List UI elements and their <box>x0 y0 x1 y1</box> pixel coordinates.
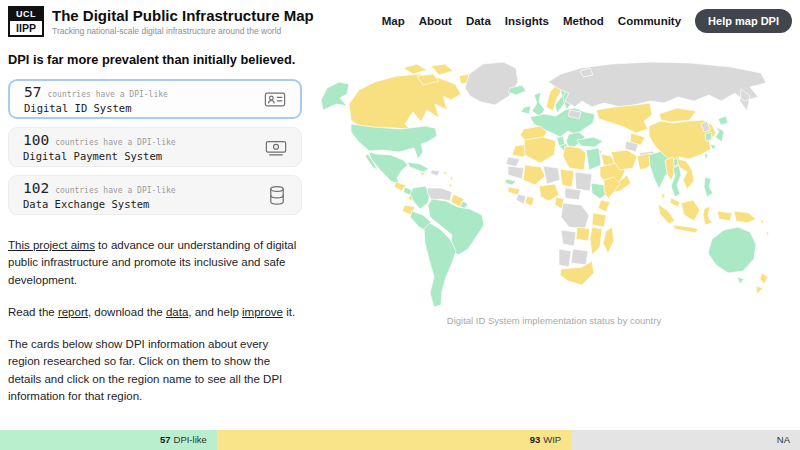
nav-item-community[interactable]: Community <box>618 15 681 27</box>
legend-count: 57 <box>160 434 171 445</box>
card-text: 100 countries have a DPI-like Digital Pa… <box>23 132 176 162</box>
nav-item-about[interactable]: About <box>419 15 452 27</box>
legend-count: 93 <box>530 434 541 445</box>
text-span: , and help <box>188 306 242 318</box>
text-link[interactable]: improve <box>242 306 283 318</box>
logo-iipp: IIPP <box>10 21 42 35</box>
card-digital-payment-system[interactable]: 100 countries have a DPI-like Digital Pa… <box>8 127 302 167</box>
region-malaysia[interactable] <box>670 198 680 207</box>
text-link[interactable]: This project aims <box>8 239 95 251</box>
main-nav: Map About Data Insights Method Community… <box>382 9 792 33</box>
region-jamaica[interactable] <box>420 172 425 176</box>
region-western-sahara[interactable] <box>506 157 520 167</box>
card-digital-id-system[interactable]: 57 countries have a DPI-like Digital ID … <box>8 79 302 119</box>
region-venezuela[interactable] <box>427 188 452 201</box>
nav-item-map[interactable]: Map <box>382 15 405 27</box>
region-cuba[interactable] <box>407 162 429 172</box>
region-zimbabwe-botswana[interactable] <box>571 249 588 265</box>
region-philippines[interactable] <box>704 177 713 197</box>
sidebar-paragraphs: This project aims to advance our underst… <box>8 237 302 405</box>
text-span: Read the <box>8 306 58 318</box>
nav-item-insights[interactable]: Insights <box>505 15 549 27</box>
region-southern-south-america[interactable] <box>424 223 456 307</box>
legend-segment-na[interactable]: NA <box>571 430 800 450</box>
paragraph: The cards below show DPI information abo… <box>8 336 300 405</box>
legend-segment-dpi-like[interactable]: 57DPI-like <box>0 430 217 450</box>
region-taiwan[interactable] <box>704 153 708 160</box>
header: UCL IIPP The Digital Public Infrastructu… <box>0 0 800 42</box>
region-alaska[interactable] <box>321 82 349 110</box>
region-drc[interactable] <box>561 203 589 229</box>
region-sudan[interactable] <box>575 172 592 191</box>
region-algeria[interactable] <box>524 137 556 163</box>
region-caribbean-islands[interactable] <box>443 171 453 188</box>
paragraph: This project aims to advance our underst… <box>8 237 300 289</box>
region-senegal[interactable] <box>505 179 516 185</box>
region-indonesia[interactable] <box>658 200 732 233</box>
region-egypt[interactable] <box>586 148 601 170</box>
page-title: The Digital Public Infrastructure Map <box>52 7 314 24</box>
text-link[interactable]: data <box>166 306 188 318</box>
nav-item-method[interactable]: Method <box>563 15 604 27</box>
region-ivory-coast[interactable] <box>516 194 526 204</box>
region-zambia[interactable] <box>576 227 590 241</box>
text-link[interactable]: report <box>58 306 88 318</box>
region-namibia[interactable] <box>559 249 571 267</box>
card-system-name: Data Exchange System <box>23 198 176 210</box>
region-chad[interactable] <box>560 169 574 187</box>
card-suffix: countries have a DPI-like <box>55 186 175 195</box>
sidebar: DPI is far more prevalent than initially… <box>8 52 302 405</box>
region-kenya[interactable] <box>598 200 610 212</box>
help-map-dpi-button[interactable]: Help map DPI <box>695 9 792 33</box>
region-canada[interactable] <box>349 74 461 130</box>
region-angola[interactable] <box>561 230 576 246</box>
dpi-cards: 57 countries have a DPI-like Digital ID … <box>8 79 302 215</box>
region-ireland[interactable] <box>521 106 531 114</box>
logo-ucl: UCL <box>10 8 42 21</box>
region-libya[interactable] <box>563 146 586 170</box>
region-mongolia[interactable] <box>659 108 696 122</box>
region-mexico[interactable] <box>365 152 408 185</box>
region-usa[interactable] <box>351 124 437 159</box>
headline: DPI is far more prevalent than initially… <box>8 52 302 67</box>
region-russia[interactable] <box>548 62 766 111</box>
region-papua-new-guinea[interactable] <box>734 211 756 223</box>
region-niger[interactable] <box>543 166 560 184</box>
map-section: Digital ID System implementation status … <box>312 58 796 326</box>
region-mozambique[interactable] <box>590 227 602 255</box>
ucl-iipp-logo: UCL IIPP <box>8 6 44 37</box>
region-sri-lanka[interactable] <box>661 193 665 200</box>
text-span: , download the <box>88 306 166 318</box>
region-hispaniola[interactable] <box>430 170 440 176</box>
region-tanzania[interactable] <box>592 213 606 227</box>
card-data-exchange-system[interactable]: 102 countries have a DPI-like Data Excha… <box>8 175 302 215</box>
card-suffix: countries have a DPI-like <box>47 90 167 99</box>
status-legend-bar: 57DPI-like 93WIP NA <box>0 430 800 450</box>
card-system-name: Digital Payment System <box>23 150 176 162</box>
id-card-icon <box>264 90 286 109</box>
region-mali[interactable] <box>523 165 545 185</box>
region-australia[interactable] <box>708 227 756 284</box>
legend-segment-wip[interactable]: 93WIP <box>217 430 571 450</box>
region-uk[interactable] <box>532 92 545 116</box>
card-count: 100 <box>23 132 49 148</box>
page: UCL IIPP The Digital Public Infrastructu… <box>0 0 800 450</box>
paragraph: Read the report, download the data, and … <box>8 304 300 321</box>
region-central-africa[interactable] <box>565 188 581 200</box>
title-block: The Digital Public Infrastructure Map Tr… <box>52 7 314 36</box>
region-greenland[interactable] <box>465 62 518 105</box>
database-icon <box>267 185 287 206</box>
region-pacific-islands[interactable] <box>760 219 769 236</box>
region-ghana[interactable] <box>525 196 534 206</box>
legend-label: WIP <box>543 434 561 445</box>
nav-item-data[interactable]: Data <box>466 15 491 27</box>
card-count: 102 <box>23 180 49 196</box>
card-system-name: Digital ID System <box>24 102 168 114</box>
region-madagascar[interactable] <box>603 227 614 253</box>
region-new-zealand[interactable] <box>756 273 768 294</box>
region-mauritania[interactable] <box>508 166 524 179</box>
region-south-korea[interactable] <box>705 132 712 141</box>
card-text: 102 countries have a DPI-like Data Excha… <box>23 180 176 210</box>
legend-label: DPI-like <box>174 434 207 445</box>
region-kazakhstan[interactable] <box>596 103 652 133</box>
